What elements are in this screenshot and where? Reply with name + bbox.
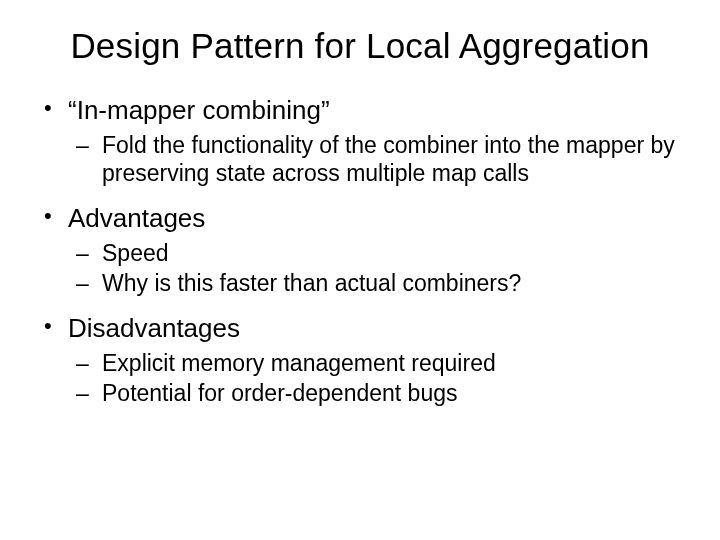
sub-bullet-item: Potential for order-dependent bugs [68, 379, 680, 408]
bullet-item: Disadvantages Explicit memory management… [40, 312, 680, 408]
sub-bullet-item: Explicit memory management required [68, 349, 680, 378]
bullet-text: Advantages [68, 203, 205, 233]
slide: Design Pattern for Local Aggregation “In… [0, 0, 720, 540]
bullet-item: “In-mapper combining” Fold the functiona… [40, 94, 680, 188]
bullet-list: “In-mapper combining” Fold the functiona… [40, 94, 680, 408]
bullet-text: “In-mapper combining” [68, 95, 330, 125]
sub-bullet-list: Fold the functionality of the combiner i… [68, 131, 680, 189]
sub-bullet-item: Why is this faster than actual combiners… [68, 269, 680, 298]
bullet-item: Advantages Speed Why is this faster than… [40, 202, 680, 298]
sub-bullet-item: Speed [68, 239, 680, 268]
sub-bullet-item: Fold the functionality of the combiner i… [68, 131, 680, 189]
sub-bullet-list: Explicit memory management required Pote… [68, 349, 680, 409]
bullet-text: Disadvantages [68, 313, 240, 343]
slide-title: Design Pattern for Local Aggregation [40, 26, 680, 66]
sub-bullet-list: Speed Why is this faster than actual com… [68, 239, 680, 299]
